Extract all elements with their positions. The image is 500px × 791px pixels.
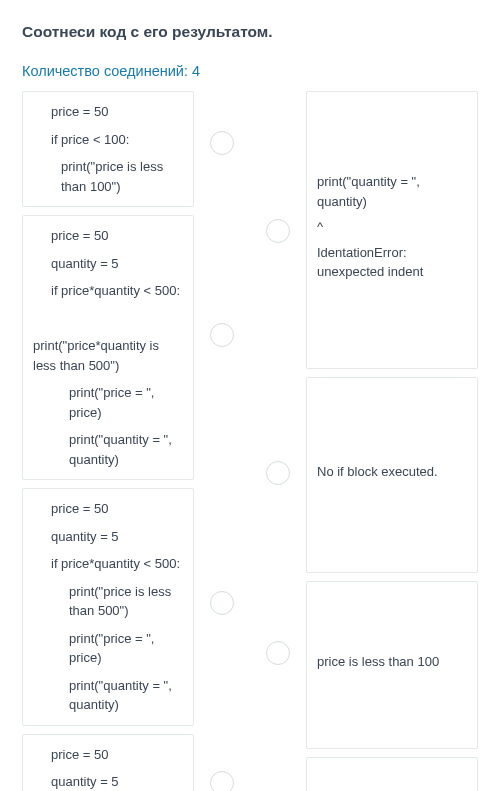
code-card[interactable]: price = 50quantity = 5if price*quantity … (22, 215, 194, 480)
left-column: price = 50if price < 100:print("price is… (22, 91, 194, 791)
code-line: print("price = ", price) (33, 629, 183, 668)
connector-dot-left[interactable] (210, 771, 234, 791)
code-line: if price*quantity < 500: (33, 281, 183, 301)
connector-dot-right[interactable] (266, 219, 290, 243)
result-card[interactable]: price is less than 100 (306, 581, 478, 749)
code-card[interactable]: price = 50quantity = 5if price*quantity … (22, 734, 194, 792)
code-line: price = 50 (33, 499, 183, 519)
page-title: Соотнеси код с его результатом. (22, 20, 478, 43)
result-card[interactable] (306, 757, 478, 791)
connector-dot-left[interactable] (210, 323, 234, 347)
code-line: print("quantity = ", quantity) (33, 430, 183, 469)
right-column: print("quantity = ", quantity)^Identatio… (306, 91, 478, 791)
result-line: ^ (317, 217, 467, 237)
code-line: price = 50 (33, 745, 183, 765)
code-line (33, 309, 183, 329)
code-line: print("quantity = ", quantity) (33, 676, 183, 715)
result-line: IdentationError: unexpected indent (317, 243, 467, 282)
code-line: print("price is less than 100") (33, 157, 183, 196)
code-line: if price < 100: (33, 130, 183, 150)
connector-dot-right[interactable] (266, 461, 290, 485)
code-line: if price*quantity < 500: (33, 554, 183, 574)
connections-count: Количество соединений: 4 (22, 61, 478, 83)
code-line: print("price is less than 500") (33, 582, 183, 621)
connector-dot-left[interactable] (210, 591, 234, 615)
code-line: price = 50 (33, 102, 183, 122)
code-line: quantity = 5 (33, 254, 183, 274)
result-line: No if block executed. (317, 462, 438, 482)
connector-dot-right[interactable] (266, 641, 290, 665)
result-line: print("quantity = ", quantity) (317, 172, 467, 211)
result-card[interactable]: print("quantity = ", quantity)^Identatio… (306, 91, 478, 369)
code-line: quantity = 5 (33, 527, 183, 547)
code-line: quantity = 5 (33, 772, 183, 791)
code-card[interactable]: price = 50if price < 100:print("price is… (22, 91, 194, 207)
code-card[interactable]: price = 50quantity = 5if price*quantity … (22, 488, 194, 726)
connector-dot-left[interactable] (210, 131, 234, 155)
result-card[interactable]: No if block executed. (306, 377, 478, 573)
code-line: print("price*quantity is less than 500") (33, 336, 183, 375)
result-line: price is less than 100 (317, 652, 439, 672)
code-line: price = 50 (33, 226, 183, 246)
code-line: print("price = ", price) (33, 383, 183, 422)
matching-area: price = 50if price < 100:print("price is… (22, 91, 478, 791)
